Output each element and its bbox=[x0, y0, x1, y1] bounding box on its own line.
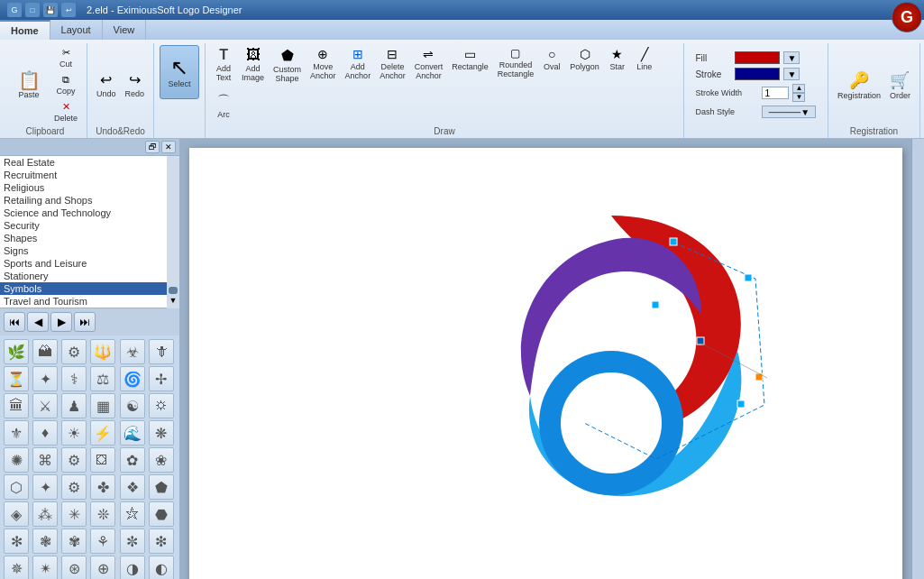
stroke-width-up[interactable]: ▲ bbox=[792, 84, 805, 93]
stroke-dropdown-button[interactable]: ▼ bbox=[783, 68, 800, 80]
nav-button[interactable]: ▶ bbox=[50, 312, 72, 332]
icon-cell[interactable]: ⬟ bbox=[149, 474, 174, 500]
star-button[interactable]: ★ Star bbox=[605, 45, 630, 73]
tab-layout[interactable]: Layout bbox=[50, 20, 103, 40]
copy-button[interactable]: ⧉ Copy bbox=[50, 72, 81, 97]
registration-button[interactable]: 🔑 Registration bbox=[834, 69, 884, 102]
icon-cell[interactable]: ◑ bbox=[120, 556, 145, 579]
tab-home[interactable]: Home bbox=[0, 20, 50, 40]
category-item[interactable]: Travel and Tourism bbox=[0, 295, 167, 308]
icon-cell[interactable]: ✺ bbox=[4, 447, 29, 473]
icon-cell[interactable]: ☯ bbox=[120, 393, 145, 418]
line-button[interactable]: ╱ Line bbox=[632, 45, 657, 73]
oval-button[interactable]: ○ Oval bbox=[539, 45, 564, 73]
nav-button[interactable]: ◀ bbox=[27, 312, 49, 332]
nav-button[interactable]: ⏮ bbox=[4, 312, 25, 332]
icon-cell[interactable]: ♦ bbox=[32, 420, 58, 446]
icon-cell[interactable]: 🌊 bbox=[120, 420, 145, 446]
polygon-button[interactable]: ⬡ Polygon bbox=[566, 45, 603, 73]
order-button[interactable]: 🛒 Order bbox=[886, 69, 914, 102]
category-item[interactable]: Religious bbox=[0, 181, 167, 194]
stroke-width-stepper[interactable]: ▲ ▼ bbox=[792, 84, 805, 102]
stroke-width-input[interactable] bbox=[762, 87, 789, 99]
fill-dropdown-button[interactable]: ▼ bbox=[783, 51, 800, 64]
arc-button[interactable]: ⌒ Arc bbox=[211, 91, 236, 121]
icon-cell[interactable]: ❋ bbox=[149, 420, 174, 446]
icon-cell[interactable]: ⚙ bbox=[61, 339, 87, 364]
icon-cell[interactable]: ⚘ bbox=[90, 528, 115, 554]
icon-cell[interactable]: ❊ bbox=[90, 501, 115, 527]
right-scrollbar[interactable] bbox=[911, 139, 924, 579]
icon-cell[interactable]: ❃ bbox=[32, 528, 58, 554]
icon-cell[interactable]: ◐ bbox=[149, 556, 174, 579]
icon-cell[interactable]: ✳ bbox=[61, 501, 87, 527]
icon-cell[interactable]: ✾ bbox=[61, 528, 87, 554]
add-image-button[interactable]: 🖼 AddImage bbox=[238, 45, 268, 84]
icon-cell[interactable]: ⚙ bbox=[61, 447, 87, 473]
icon-cell[interactable]: ⛭ bbox=[149, 393, 174, 418]
stroke-width-down[interactable]: ▼ bbox=[792, 93, 805, 102]
add-text-button[interactable]: T AddText bbox=[211, 45, 236, 84]
icon-cell[interactable]: ✿ bbox=[120, 447, 145, 473]
icon-cell[interactable]: 🔱 bbox=[90, 339, 115, 364]
add-anchor-button[interactable]: ⊞ AddAnchor bbox=[342, 45, 375, 82]
dash-style-dropdown[interactable]: ─────▼ bbox=[762, 106, 816, 118]
icon-cell[interactable]: ♟ bbox=[61, 393, 87, 418]
rounded-rect-button[interactable]: ▢ RoundedRectangle bbox=[494, 45, 538, 80]
icon-cell[interactable]: ⛦ bbox=[120, 501, 145, 527]
icon-cell[interactable]: ⌘ bbox=[32, 447, 58, 473]
category-item[interactable]: Shapes bbox=[0, 232, 167, 244]
category-item[interactable]: Signs bbox=[0, 244, 167, 257]
icon-cell[interactable]: 🏔 bbox=[32, 339, 58, 364]
cut-button[interactable]: ✂ Cut bbox=[50, 45, 81, 70]
delete-button[interactable]: ✕ Delete bbox=[50, 99, 81, 124]
category-item[interactable]: Real Estate bbox=[0, 156, 167, 169]
convert-anchor-button[interactable]: ⇌ ConvertAnchor bbox=[411, 45, 447, 82]
category-item[interactable]: Retailing and Shops bbox=[0, 194, 167, 207]
redo-button[interactable]: ↪ Redo bbox=[122, 69, 149, 100]
icon-cell[interactable]: ☣ bbox=[120, 339, 145, 364]
icon-cell[interactable]: ✦ bbox=[32, 474, 58, 500]
icon-cell[interactable]: ⊕ bbox=[90, 556, 115, 579]
scrollbar-thumb-small[interactable] bbox=[169, 287, 178, 294]
paste-button[interactable]: 📋 Paste bbox=[9, 58, 49, 112]
icon-cell[interactable]: 🌿 bbox=[4, 339, 29, 364]
icon-cell[interactable]: ❖ bbox=[120, 474, 145, 500]
icon-cell[interactable]: ✢ bbox=[149, 366, 174, 391]
icon-cell[interactable]: ⏳ bbox=[4, 366, 29, 391]
category-item[interactable]: Security bbox=[0, 219, 167, 232]
icon-cell[interactable]: 🌀 bbox=[120, 366, 145, 391]
category-item[interactable]: Sports and Leisure bbox=[0, 257, 167, 270]
icon-cell[interactable]: ⁂ bbox=[32, 501, 58, 527]
icon-cell[interactable]: 🗡 bbox=[149, 339, 174, 364]
icon-cell[interactable]: ⚖ bbox=[90, 366, 115, 391]
icon-cell[interactable]: ✼ bbox=[120, 528, 145, 554]
scroll-down-arrow[interactable]: ▼ bbox=[169, 296, 178, 305]
icon-cell[interactable]: ⚙ bbox=[61, 474, 87, 500]
panel-float-button[interactable]: 🗗 bbox=[145, 141, 160, 153]
icon-cell[interactable]: ⚡ bbox=[90, 420, 115, 446]
icon-cell[interactable]: ✻ bbox=[4, 528, 29, 554]
stroke-swatch[interactable] bbox=[735, 68, 780, 80]
icon-cell[interactable]: ▦ bbox=[90, 393, 115, 418]
icon-cell[interactable]: ⚜ bbox=[4, 420, 29, 446]
category-item[interactable]: Stationery bbox=[0, 270, 167, 282]
icon-cell[interactable]: ⛋ bbox=[90, 447, 115, 473]
icon-cell[interactable]: ⬡ bbox=[4, 474, 29, 500]
icon-cell[interactable]: ☀ bbox=[61, 420, 87, 446]
icon-cell[interactable]: ◈ bbox=[4, 501, 29, 527]
select-button[interactable]: ↖ Select bbox=[160, 45, 199, 99]
icon-cell[interactable]: ✤ bbox=[90, 474, 115, 500]
icon-cell[interactable]: ⊛ bbox=[61, 556, 87, 579]
icon-cell[interactable]: ⚕ bbox=[61, 366, 87, 391]
icon-cell[interactable]: ❇ bbox=[149, 528, 174, 554]
category-item[interactable]: Recruitment bbox=[0, 169, 167, 181]
category-item[interactable]: Science and Technology bbox=[0, 207, 167, 219]
delete-anchor-button[interactable]: ⊟ DeleteAnchor bbox=[376, 45, 409, 82]
icon-cell[interactable]: ⬣ bbox=[149, 501, 174, 527]
icon-cell[interactable]: ❀ bbox=[149, 447, 174, 473]
move-anchor-button[interactable]: ⊕ MoveAnchor bbox=[306, 45, 340, 82]
icon-cell[interactable]: ✴ bbox=[32, 556, 58, 579]
icon-cell[interactable]: ✵ bbox=[4, 556, 29, 579]
custom-shape-button[interactable]: ⬟ CustomShape bbox=[270, 45, 305, 85]
